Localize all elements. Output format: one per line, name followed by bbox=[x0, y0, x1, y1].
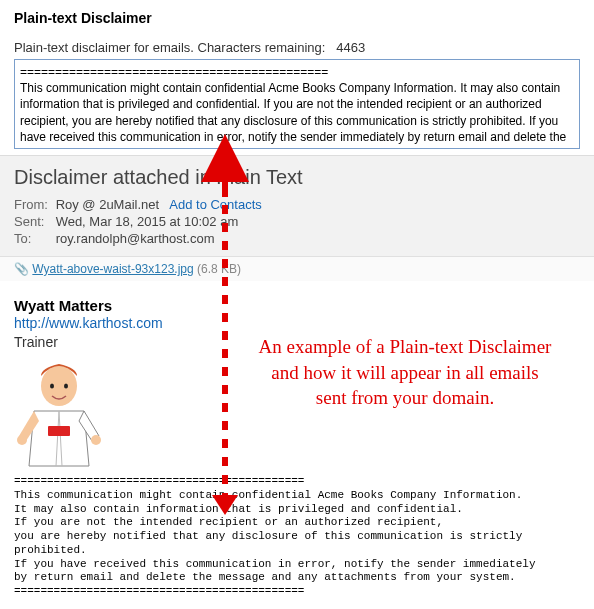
to-label: To: bbox=[14, 231, 52, 246]
config-panel: Plain-text Disclaimer Plain-text disclai… bbox=[0, 0, 594, 155]
add-to-contacts-link[interactable]: Add to Contacts bbox=[169, 197, 262, 212]
signature-name: Wyatt Matters bbox=[14, 297, 580, 314]
sent-label: Sent: bbox=[14, 214, 52, 229]
svg-point-2 bbox=[64, 384, 68, 389]
svg-rect-3 bbox=[48, 426, 70, 436]
email-subject: Disclaimer attached in Plain Text bbox=[14, 166, 580, 189]
chars-remaining: Plain-text disclaimer for emails. Charac… bbox=[14, 40, 580, 55]
to-value: roy.randolph@karthost.com bbox=[56, 231, 215, 246]
from-label: From: bbox=[14, 197, 52, 212]
disclaimer-textarea[interactable]: ========================================… bbox=[14, 59, 580, 149]
svg-point-1 bbox=[50, 384, 54, 389]
attachment-link[interactable]: Wyatt-above-waist-93x123.jpg bbox=[32, 262, 193, 276]
paperclip-icon: 📎 bbox=[14, 262, 29, 276]
sent-value: Wed, Mar 18, 2015 at 10:02 am bbox=[56, 214, 239, 229]
signature-url[interactable]: http://www.karthost.com bbox=[14, 315, 163, 331]
svg-point-5 bbox=[91, 435, 101, 445]
attachment-size: (6.8 KB) bbox=[197, 262, 241, 276]
from-row: From: Roy @ 2uMail.net Add to Contacts bbox=[14, 197, 580, 212]
svg-point-4 bbox=[17, 435, 27, 445]
section-heading: Plain-text Disclaimer bbox=[14, 10, 580, 26]
annotation-callout: An example of a Plain-text Disclaimer an… bbox=[255, 334, 555, 411]
sent-row: Sent: Wed, Mar 18, 2015 at 10:02 am bbox=[14, 214, 580, 229]
svg-point-0 bbox=[41, 366, 77, 406]
chars-remaining-label: Plain-text disclaimer for emails. Charac… bbox=[14, 40, 325, 55]
from-value: Roy @ 2uMail.net bbox=[56, 197, 160, 212]
email-header: Disclaimer attached in Plain Text From: … bbox=[0, 155, 594, 256]
to-row: To: roy.randolph@karthost.com bbox=[14, 231, 580, 246]
email-body-disclaimer: ========================================… bbox=[0, 475, 594, 609]
chars-remaining-value: 4463 bbox=[336, 40, 365, 55]
attachment-row: 📎 Wyatt-above-waist-93x123.jpg (6.8 KB) bbox=[0, 256, 594, 281]
